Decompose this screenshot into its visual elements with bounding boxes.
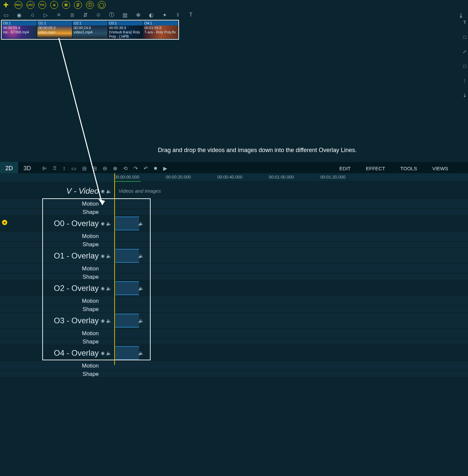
redo-icon[interactable]: ↷ — [133, 165, 138, 172]
speaker-icon[interactable]: 🔈 — [106, 350, 112, 356]
track-content[interactable]: 🔈 — [115, 345, 468, 361]
sparkle-icon[interactable]: ✻ — [135, 12, 141, 18]
battery-icon[interactable]: ▥ — [122, 12, 128, 18]
lrc-button[interactable]: LRC — [26, 1, 34, 9]
clip-speaker-icon[interactable]: 🔈 — [138, 286, 144, 291]
right-tool-2[interactable]: □ — [463, 34, 466, 40]
refresh-icon[interactable]: ⟲ — [123, 165, 127, 172]
lines-icon[interactable]: ≡ — [55, 12, 62, 18]
eye-icon[interactable]: ◉ — [101, 286, 105, 291]
grid-icon[interactable]: ⠿ — [53, 165, 57, 172]
time-ruler[interactable]: 00:00:00.000 00:00:20.000 00:00:40.000 0… — [0, 173, 468, 182]
right-tool-5[interactable]: ⋮ — [462, 78, 467, 83]
add-icon[interactable]: + — [1, 0, 11, 10]
track-motion[interactable]: Motion — [0, 296, 468, 306]
speaker-icon[interactable]: 🔈 — [106, 188, 112, 194]
speaker-icon[interactable]: 🔈 — [106, 318, 112, 323]
rec-button[interactable]: REC — [15, 1, 22, 9]
eye-icon[interactable]: ◉ — [101, 221, 105, 226]
play-icon[interactable]: ▶ — [163, 165, 167, 172]
track-shape[interactable]: Shape — [0, 338, 468, 345]
track-content[interactable]: 🔈 — [115, 216, 468, 231]
profile-button[interactable]: ◯ — [98, 1, 106, 9]
add-track-button[interactable]: + — [2, 220, 7, 225]
timeline-clip[interactable]: 🔈 — [115, 217, 139, 230]
track-overlay-3[interactable]: O3 - Overlay◉🔈🔈 — [0, 313, 468, 329]
asterisk-button[interactable]: ✻ — [62, 1, 70, 9]
zoom-in-icon[interactable]: ⊕ — [113, 165, 117, 172]
clip-speaker-icon[interactable]: 🔈 — [138, 253, 144, 258]
track-shape[interactable]: Shape — [0, 274, 468, 280]
select-icon[interactable]: ▭ — [71, 165, 76, 172]
camera-icon[interactable]: ◉ — [16, 12, 22, 18]
media-clip-1[interactable]: O1:1 00:00:09.3 video.mp4 — [37, 21, 72, 39]
cut-icon[interactable]: ⊟ — [92, 165, 97, 172]
eye-icon[interactable]: ◉ — [101, 318, 105, 323]
menu-effect[interactable]: EFFECT — [366, 166, 385, 171]
timeline-clip[interactable]: 🔈 — [115, 281, 139, 295]
stop-icon[interactable]: ■ — [154, 165, 157, 172]
frame-icon[interactable]: ▭ — [3, 12, 9, 18]
video-icon[interactable]: ▷ — [42, 12, 49, 18]
track-shape[interactable]: Shape — [0, 241, 468, 248]
track-video[interactable]: V - Video ◉ 🔈 Videos and Images — [0, 183, 468, 199]
eye-icon[interactable]: ◉ — [101, 350, 105, 356]
clip-speaker-icon[interactable]: 🔈 — [138, 318, 144, 323]
sync-button[interactable]: ⇵ — [74, 1, 82, 9]
text-button[interactable]: Ⓣ — [86, 1, 94, 9]
right-tool-6[interactable]: ⤓ — [463, 93, 467, 98]
track-overlay-4[interactable]: O4 - Overlay◉🔈🔈 — [0, 345, 468, 361]
track-content[interactable]: 🔈 — [115, 280, 468, 296]
track-motion[interactable]: Motion — [0, 361, 468, 371]
track-content[interactable]: 🔈 — [115, 248, 468, 263]
media-clip-3[interactable]: O3:1 00:05:38.9 [Vietsub Kara] Roly Poly… — [108, 21, 143, 39]
right-tool-1[interactable]: T — [463, 20, 466, 25]
track-shape[interactable]: Shape — [0, 209, 468, 216]
equalizer-icon[interactable]: ⫴ — [174, 12, 181, 18]
list-button[interactable]: ≡ — [50, 1, 58, 9]
speaker-icon[interactable]: 🔈 — [106, 221, 112, 226]
swap-icon[interactable]: ⇵ — [82, 12, 89, 18]
eye-icon[interactable]: ◉ — [101, 188, 105, 194]
timeline-clip[interactable]: 🔈 — [115, 249, 139, 263]
text-icon[interactable]: Ⓣ — [108, 12, 115, 19]
speaker-icon[interactable]: 🔈 — [106, 286, 112, 291]
media-clip-0[interactable]: O0:1 00:00:59.4 lnk - 67358.mp4 — [2, 21, 37, 39]
track-shape[interactable]: Shape — [0, 371, 468, 377]
emoji-icon[interactable]: ☺ — [95, 12, 102, 18]
track-overlay-0[interactable]: O0 - Overlay◉🔈🔈 — [0, 216, 468, 231]
menu-edit[interactable]: EDIT — [340, 166, 351, 171]
track-overlay-2[interactable]: O2 - Overlay◉🔈🔈 — [0, 280, 468, 296]
playhead[interactable] — [114, 173, 115, 365]
undo-icon[interactable]: ↶ — [144, 165, 148, 172]
text-tool-icon[interactable]: T — [188, 12, 194, 18]
eye-icon[interactable]: ◉ — [101, 253, 105, 258]
tab-2d[interactable]: 2D — [0, 162, 18, 175]
tab-3d[interactable]: 3D — [18, 162, 36, 175]
track-motion[interactable]: Motion — [0, 231, 468, 241]
track-motion[interactable]: Motion — [0, 199, 468, 209]
media-clip-4[interactable]: O4:1 00:01:56.5 T-ara - Roly Poly.flv — [143, 21, 178, 39]
puzzle-icon[interactable]: ✦ — [161, 12, 168, 18]
track-motion[interactable]: Motion — [0, 264, 468, 274]
align-icon[interactable]: ⊫ — [42, 165, 47, 172]
tpl-button[interactable]: TPL — [38, 1, 46, 9]
media-clip-2[interactable]: O2:1 00:00:24.9 video1.mp4 — [73, 21, 107, 39]
track-shape[interactable]: Shape — [0, 306, 468, 313]
clip-speaker-icon[interactable]: 🔈 — [138, 221, 144, 226]
track-content[interactable]: Videos and Images — [115, 183, 468, 199]
menu-views[interactable]: VIEWS — [432, 166, 448, 171]
timeline-clip[interactable]: 🔈 — [115, 314, 139, 328]
zoom-out-icon[interactable]: ⊖ — [103, 165, 107, 172]
track-overlay-1[interactable]: O1 - Overlay◉🔈🔈 — [0, 248, 468, 264]
track-content[interactable]: 🔈 — [115, 313, 468, 328]
vertical-icon[interactable]: ↕ — [63, 165, 65, 172]
speaker-icon[interactable]: 🔈 — [106, 253, 112, 258]
split-icon[interactable]: ⊟ — [82, 165, 87, 172]
right-tool-4[interactable]: □ — [463, 63, 466, 69]
ordered-list-icon[interactable]: ≣ — [69, 12, 75, 18]
download-icon[interactable]: ⤓ — [458, 12, 463, 19]
clip-speaker-icon[interactable]: 🔈 — [138, 350, 144, 356]
timeline-clip[interactable]: 🔈 — [115, 346, 139, 360]
contrast-icon[interactable]: ◐ — [148, 12, 155, 18]
